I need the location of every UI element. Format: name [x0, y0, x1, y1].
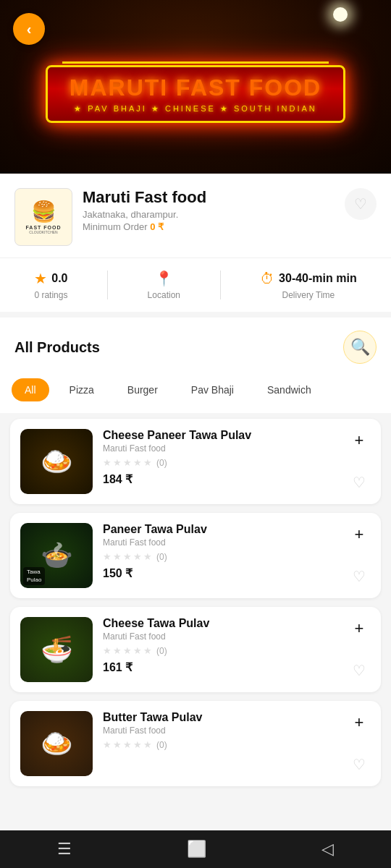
- product-price-3: 161 ₹: [103, 660, 337, 674]
- location-stat: 📍 Location: [148, 270, 180, 300]
- star-2: ★: [113, 551, 122, 562]
- star-icon: ★: [34, 270, 47, 287]
- product-price-2: 150 ₹: [103, 566, 337, 580]
- star-1: ★: [103, 739, 112, 750]
- star-2: ★: [113, 645, 122, 656]
- product-reviews-1: (0): [156, 458, 167, 468]
- restaurant-details: Maruti Fast food Jakatnaka, dharampur. M…: [83, 188, 335, 232]
- logo-label: FAST FOOD: [25, 225, 61, 230]
- favorite-button-4[interactable]: ♡: [348, 753, 371, 776]
- product-stars-1: ★ ★ ★ ★ ★ (0): [103, 457, 337, 468]
- product-info-1: Cheese Paneer Tawa Pulav Maruti Fast foo…: [103, 429, 337, 486]
- min-order-value: 0 ₹: [150, 221, 164, 232]
- hero-sign: MARUTI FAST FOOD ★ PAV BHAJI ★ CHINESE ★…: [46, 65, 345, 123]
- delivery-stat: ⏱ 30-40-min min Delivery Time: [260, 271, 357, 300]
- home-button[interactable]: ⬜: [187, 840, 206, 859]
- restaurant-address: Jakatnaka, dharampur.: [83, 209, 335, 220]
- product-actions-3: + ♡: [348, 617, 371, 682]
- product-restaurant-4: Maruti Fast food: [103, 726, 337, 736]
- restaurant-info-section: 🍔 FAST FOOD CLOUDKITCHEN Maruti Fast foo…: [0, 174, 391, 258]
- search-button[interactable]: 🔍: [343, 331, 377, 364]
- star-1: ★: [103, 551, 112, 562]
- restaurant-sign-subtitle: ★ PAV BHAJI ★ CHINESE ★ SOUTH INDIAN: [70, 104, 321, 114]
- add-to-cart-button-3[interactable]: +: [348, 617, 371, 640]
- location-icon: 📍: [155, 270, 173, 287]
- hero-section: ‹ MARUTI FAST FOOD ★ PAV BHAJI ★ CHINESE…: [0, 0, 391, 174]
- category-tab-sandwich[interactable]: Sandwich: [254, 378, 324, 401]
- heart-icon: ♡: [354, 195, 367, 213]
- product-restaurant-3: Maruti Fast food: [103, 631, 337, 642]
- back-nav-button[interactable]: ◁: [321, 840, 334, 859]
- product-stars-2: ★ ★ ★ ★ ★ (0): [103, 551, 337, 562]
- star-4: ★: [133, 551, 142, 562]
- back-nav-icon: ◁: [321, 840, 334, 858]
- favorite-button-1[interactable]: ♡: [348, 471, 371, 494]
- category-tabs: All Pizza Burger Pav Bhaji Sandwich: [0, 373, 391, 413]
- star-5: ★: [143, 551, 152, 562]
- menu-button[interactable]: ☰: [57, 840, 72, 859]
- star-3: ★: [123, 551, 132, 562]
- burger-icon: 🍔: [31, 200, 56, 224]
- products-header: All Products 🔍: [0, 318, 391, 373]
- back-arrow-icon: ‹: [27, 22, 32, 36]
- category-tab-pizza[interactable]: Pizza: [56, 378, 107, 401]
- bottom-nav: ☰ ⬜ ◁: [0, 830, 391, 868]
- add-to-cart-button-2[interactable]: +: [348, 523, 371, 546]
- star-5: ★: [143, 739, 152, 750]
- back-button[interactable]: ‹: [13, 13, 45, 45]
- product-price-1: 184 ₹: [103, 472, 337, 486]
- product-card-3: 🍜 Cheese Tawa Pulav Maruti Fast food ★ ★…: [10, 607, 381, 692]
- favorite-button-2[interactable]: ♡: [348, 565, 371, 588]
- star-1: ★: [103, 457, 112, 468]
- star-4: ★: [133, 739, 142, 750]
- product-actions-1: + ♡: [348, 429, 371, 494]
- logo-sub: CLOUDKITCHEN: [29, 230, 57, 234]
- star-3: ★: [123, 457, 132, 468]
- restaurant-min-order: Minimum Order 0 ₹: [83, 221, 335, 232]
- product-stars-3: ★ ★ ★ ★ ★ (0): [103, 645, 337, 656]
- product-image-4: 🍛: [20, 711, 93, 776]
- clock-icon: ⏱: [260, 271, 274, 287]
- favorite-button-3[interactable]: ♡: [348, 659, 371, 682]
- stat-divider-1: [107, 271, 108, 299]
- product-image-label-2: TawaPulao: [23, 567, 45, 585]
- product-name-1: Cheese Paneer Tawa Pulav: [103, 429, 337, 442]
- product-image-1: 🍛: [20, 429, 93, 494]
- product-name-2: Paneer Tawa Pulav: [103, 523, 337, 536]
- star-3: ★: [123, 739, 132, 750]
- product-actions-2: + ♡: [348, 523, 371, 588]
- product-image-2: 🍲 TawaPulao: [20, 523, 93, 588]
- hero-light: [333, 7, 348, 22]
- restaurant-sign-title: MARUTI FAST FOOD: [70, 75, 321, 101]
- category-tab-pav-bhaji[interactable]: Pav Bhaji: [178, 378, 247, 401]
- products-title: All Products: [14, 339, 100, 356]
- delivery-label: Delivery Time: [282, 290, 335, 300]
- add-to-cart-button-4[interactable]: +: [348, 711, 371, 734]
- product-actions-4: + ♡: [348, 711, 371, 776]
- restaurant-name: Maruti Fast food: [83, 188, 335, 207]
- product-stars-4: ★ ★ ★ ★ ★ (0): [103, 739, 337, 750]
- products-list: 🍛 Cheese Paneer Tawa Pulav Maruti Fast f…: [0, 413, 391, 792]
- star-1: ★: [103, 645, 112, 656]
- star-5: ★: [143, 457, 152, 468]
- rating-value: 0.0: [51, 272, 67, 285]
- product-image-3: 🍜: [20, 617, 93, 682]
- delivery-value: 30-40-min min: [279, 272, 357, 285]
- star-2: ★: [113, 739, 122, 750]
- star-2: ★: [113, 457, 122, 468]
- category-tab-burger[interactable]: Burger: [114, 378, 171, 401]
- favorite-button[interactable]: ♡: [345, 188, 377, 220]
- stat-divider-2: [220, 271, 221, 299]
- rating-label: 0 ratings: [34, 290, 67, 300]
- product-reviews-2: (0): [156, 552, 167, 562]
- add-to-cart-button-1[interactable]: +: [348, 429, 371, 452]
- product-reviews-4: (0): [156, 740, 167, 750]
- product-info-3: Cheese Tawa Pulav Maruti Fast food ★ ★ ★…: [103, 617, 337, 674]
- category-tab-all[interactable]: All: [12, 378, 49, 401]
- location-label: Location: [148, 290, 180, 300]
- rating-stat: ★ 0.0 0 ratings: [34, 270, 67, 300]
- product-card-2: 🍲 TawaPulao Paneer Tawa Pulav Maruti Fas…: [10, 513, 381, 598]
- product-info-2: Paneer Tawa Pulav Maruti Fast food ★ ★ ★…: [103, 523, 337, 580]
- product-card-4: 🍛 Butter Tawa Pulav Maruti Fast food ★ ★…: [10, 701, 381, 786]
- product-reviews-3: (0): [156, 646, 167, 656]
